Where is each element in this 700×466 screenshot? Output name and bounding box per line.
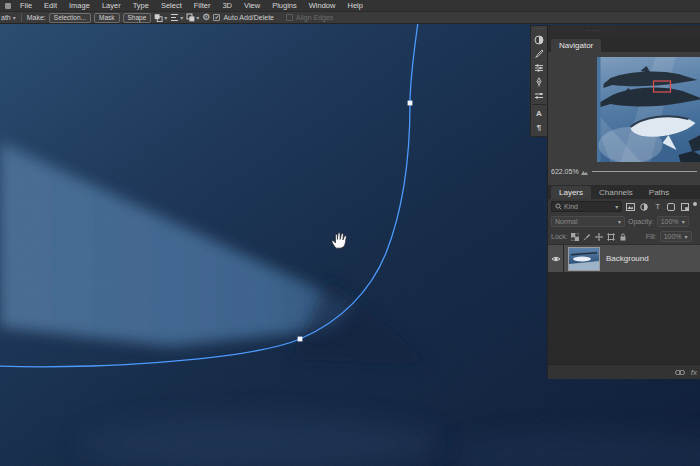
zoom-slider[interactable]	[592, 171, 697, 172]
fill-value: 100%	[664, 233, 682, 240]
divider	[21, 13, 22, 22]
menu-view[interactable]: View	[238, 1, 266, 10]
path-anchor-point[interactable]	[408, 101, 413, 106]
chevron-down-icon: ▾	[615, 204, 618, 210]
lock-label: Lock:	[551, 233, 568, 240]
filter-type-layers-icon[interactable]: T	[652, 201, 663, 212]
fill-select[interactable]: 100% ▾	[660, 231, 692, 242]
properties-icon[interactable]	[531, 61, 547, 75]
fill-label: Fill:	[646, 233, 657, 240]
layer-list: Background	[548, 244, 700, 364]
lock-artboard-icon[interactable]	[607, 232, 616, 241]
layer-search-field[interactable]: Kind ▾	[551, 201, 622, 212]
menu-help[interactable]: Help	[341, 1, 368, 10]
visibility-toggle[interactable]	[548, 245, 564, 272]
search-kind-label: Kind	[564, 203, 613, 210]
path-arrangement-icon[interactable]: ▾	[186, 12, 199, 23]
dock-grip-dots[interactable]: ····	[533, 26, 545, 33]
tool-options-bar: ath ▾ Make: Selection... Mask Shape ▾ ▾ …	[0, 11, 700, 24]
blend-mode-row: Normal ▾ Opacity: 100% ▾	[548, 214, 700, 229]
layers-bottom-bar: fx	[548, 364, 700, 379]
layers-tab-bar: Layers Channels Paths	[548, 185, 700, 199]
filter-pixel-layers-icon[interactable]	[625, 201, 636, 212]
path-anchor-point[interactable]	[298, 337, 303, 342]
opacity-label: Opacity:	[628, 218, 654, 225]
brush-settings-icon[interactable]	[531, 47, 547, 61]
navigator-thumbnail[interactable]	[597, 57, 700, 162]
menu-file[interactable]: File	[14, 1, 38, 10]
zoom-out-icon[interactable]	[581, 169, 588, 175]
menu-layer[interactable]: Layer	[96, 1, 127, 10]
layer-effects-icon[interactable]: fx	[691, 368, 697, 377]
divider	[532, 104, 546, 105]
tab-navigator[interactable]: Navigator	[551, 39, 601, 52]
search-icon	[555, 203, 562, 210]
align-edges-checkbox	[286, 14, 293, 21]
make-shape-button[interactable]: Shape	[123, 13, 152, 23]
make-selection-button[interactable]: Selection...	[49, 13, 91, 23]
layers-panel: Kind ▾ T Normal ▾ Opacity:	[548, 199, 700, 379]
chevron-down-icon: ▾	[180, 15, 183, 21]
collapsed-panel-dock: ···· A ¶	[530, 25, 548, 137]
layer-filter-row: Kind ▾ T	[548, 199, 700, 214]
navigator-zoom-row: 622.05%	[551, 168, 697, 175]
auto-add-delete-label: Auto Add/Delete	[223, 14, 274, 21]
layer-name[interactable]: Background	[606, 254, 649, 263]
chevron-down-icon: ▾	[13, 15, 16, 21]
libraries-icon[interactable]	[531, 89, 547, 103]
menu-select[interactable]: Select	[155, 1, 188, 10]
path-alignment-icon[interactable]: ▾	[170, 12, 183, 23]
filter-toggle-icon[interactable]	[693, 202, 697, 206]
tab-paths[interactable]: Paths	[641, 186, 677, 199]
chevron-down-icon: ▾	[682, 219, 685, 225]
paragraph-panel-icon[interactable]: ¶	[531, 120, 547, 134]
menu-edit[interactable]: Edit	[38, 1, 63, 10]
tab-layers[interactable]: Layers	[551, 186, 591, 199]
blend-mode-value: Normal	[555, 218, 578, 225]
menu-filter[interactable]: Filter	[188, 1, 217, 10]
opacity-select[interactable]: 100% ▾	[657, 216, 689, 227]
chevron-down-icon: ▾	[164, 15, 167, 21]
menu-plugins[interactable]: Plugins	[266, 1, 303, 10]
gear-icon[interactable]: ⚙	[202, 13, 210, 22]
layer-row-background[interactable]: Background	[548, 245, 700, 272]
tab-channels[interactable]: Channels	[591, 186, 641, 199]
layer-thumbnail[interactable]	[569, 248, 599, 270]
lock-pixels-icon[interactable]	[583, 232, 592, 241]
menu-window[interactable]: Window	[303, 1, 342, 10]
menu-type[interactable]: Type	[127, 1, 155, 10]
chevron-down-icon: ▾	[618, 219, 621, 225]
menu-3d[interactable]: 3D	[216, 1, 238, 10]
dock-header: ·····	[548, 25, 700, 38]
navigator-panel: 622.05%	[548, 52, 700, 185]
lock-row: Lock: Fill: 100% ▾	[548, 229, 700, 244]
dock-header-grip-dots[interactable]: ·····	[586, 28, 601, 35]
make-label: Make:	[27, 14, 46, 21]
auto-add-delete-checkbox[interactable]: ✓	[213, 14, 220, 21]
align-edges-label: Align Edges	[296, 14, 333, 21]
tool-mode-select[interactable]: ath ▾	[0, 14, 16, 21]
opacity-value: 100%	[661, 218, 679, 225]
paths-icon[interactable]	[531, 75, 547, 89]
link-layers-icon[interactable]	[675, 369, 685, 376]
lock-all-icon[interactable]	[619, 232, 628, 241]
filter-smart-objects-icon[interactable]	[680, 201, 691, 212]
chevron-down-icon: ▾	[685, 234, 688, 240]
filter-shape-layers-icon[interactable]	[666, 201, 677, 212]
navigator-tab-bar: Navigator	[548, 38, 700, 52]
adjustments-icon[interactable]	[531, 33, 547, 47]
zoom-percentage[interactable]: 622.05%	[551, 168, 581, 175]
character-panel-icon[interactable]: A	[531, 106, 547, 120]
eye-icon	[551, 255, 561, 263]
path-operations-icon[interactable]: ▾	[154, 12, 167, 23]
make-mask-button[interactable]: Mask	[94, 13, 120, 23]
filter-adjustment-layers-icon[interactable]	[639, 201, 650, 212]
right-panel-dock: ····· Navigator	[548, 25, 700, 378]
menu-bar: File Edit Image Layer Type Select Filter…	[0, 0, 700, 11]
lock-position-icon[interactable]	[595, 232, 604, 241]
app-icon	[5, 3, 11, 9]
lock-transparency-icon[interactable]	[571, 232, 580, 241]
blend-mode-select[interactable]: Normal ▾	[551, 216, 625, 227]
menu-image[interactable]: Image	[63, 1, 96, 10]
tool-mode-label: ath	[1, 14, 11, 21]
